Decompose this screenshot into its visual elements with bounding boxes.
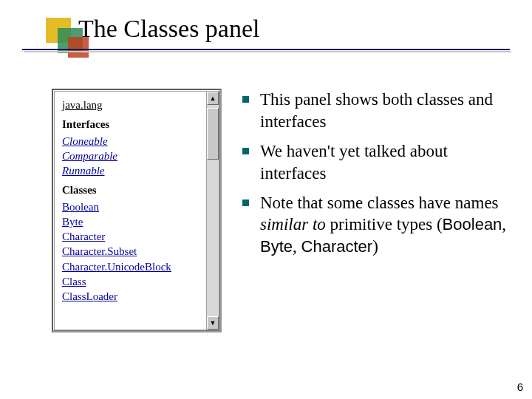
page-number: 6 xyxy=(517,381,523,393)
scroll-track[interactable] xyxy=(207,105,219,316)
interface-link[interactable]: Comparable xyxy=(62,149,203,163)
title-area: The Classes panel xyxy=(22,13,510,52)
scroll-thumb[interactable] xyxy=(207,108,219,160)
bullet-text-part: ) xyxy=(372,237,378,256)
bullet-text-mono: Character xyxy=(301,237,373,256)
bullet-text-mono: Byte xyxy=(260,237,293,256)
bullet-text: This panel shows both classes and interf… xyxy=(260,90,493,131)
classes-panel-content: java.lang Interfaces Cloneable Comparabl… xyxy=(54,91,206,330)
bullet-text-part: , xyxy=(502,215,506,233)
classes-panel-inner: java.lang Interfaces Cloneable Comparabl… xyxy=(53,90,220,331)
bullet-text-mono: Boolean xyxy=(443,215,502,233)
scrollbar[interactable]: ▲ ▼ xyxy=(206,91,219,330)
classes-heading: Classes xyxy=(62,183,203,197)
interface-link[interactable]: Cloneable xyxy=(62,134,203,149)
slide-body: java.lang Interfaces Cloneable Comparabl… xyxy=(52,89,510,362)
slide: The Classes panel java.lang Interfaces C… xyxy=(0,0,532,399)
bullet-text-part: primitive types ( xyxy=(326,215,443,233)
title-rule xyxy=(22,49,510,50)
classes-panel: java.lang Interfaces Cloneable Comparabl… xyxy=(52,89,222,332)
bullet-item: This panel shows both classes and interf… xyxy=(242,89,510,133)
bullet-list: This panel shows both classes and interf… xyxy=(242,89,510,362)
title-rule-shadow xyxy=(24,51,511,52)
bullet-text-part: , xyxy=(293,237,301,256)
scroll-up-button[interactable]: ▲ xyxy=(207,92,219,105)
bullet-item: We haven't yet talked about interfaces xyxy=(242,140,510,185)
package-name: java.lang xyxy=(62,98,203,112)
class-link[interactable]: ClassLoader xyxy=(62,289,203,304)
interface-link[interactable]: Runnable xyxy=(62,163,203,178)
slide-title: The Classes panel xyxy=(78,13,510,43)
bullet-text-part: Note that some classes have names xyxy=(260,194,499,212)
scroll-down-button[interactable]: ▼ xyxy=(207,316,219,330)
bullet-item: Note that some classes have names simila… xyxy=(242,192,510,259)
bullet-text-italic: similar to xyxy=(260,215,326,233)
class-link[interactable]: Character xyxy=(62,229,203,244)
class-link[interactable]: Boolean xyxy=(62,200,203,214)
class-link[interactable]: Class xyxy=(62,274,203,289)
bullet-text: We haven't yet talked about interfaces xyxy=(260,142,448,183)
class-link[interactable]: Byte xyxy=(62,214,203,229)
class-link[interactable]: Character.Subset xyxy=(62,244,203,259)
decorative-squares-icon xyxy=(46,18,87,59)
class-link[interactable]: Character.UnicodeBlock xyxy=(62,259,203,274)
interfaces-heading: Interfaces xyxy=(62,117,203,132)
